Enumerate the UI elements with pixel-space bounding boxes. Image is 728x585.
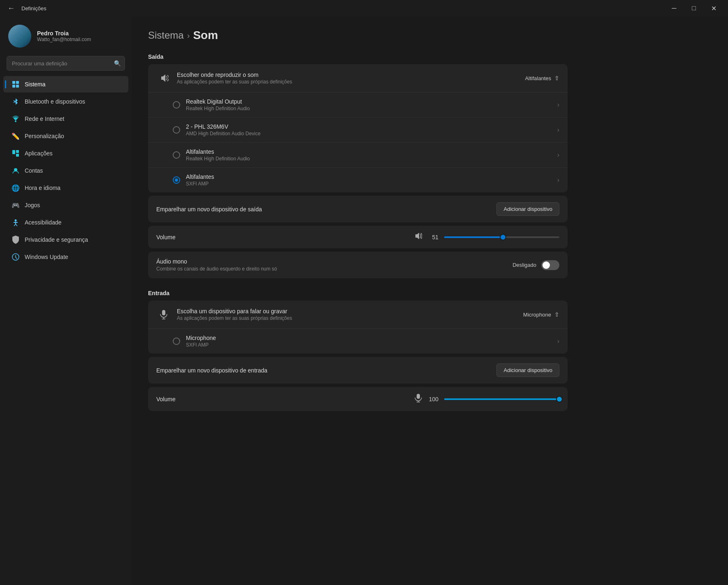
audio-mono-toggle[interactable] — [541, 260, 559, 270]
avatar — [8, 25, 31, 48]
output-volume-slider-track[interactable] — [444, 236, 559, 238]
add-output-device-row: Emparelhar um novo dispositivo de saída … — [148, 196, 568, 222]
sidebar-item-label-privacidade: Privacidade e segurança — [25, 236, 88, 243]
audio-mono-card: Áudio mono Combine os canais de áudio es… — [148, 252, 568, 278]
output-volume-card: Volume 51 — [148, 226, 568, 248]
radio-input-0[interactable] — [173, 338, 180, 345]
saida-section: Saída Escolher onde repro — [148, 53, 568, 278]
input-chevron-up-icon: ⇧ — [554, 311, 559, 318]
add-output-device-button[interactable]: Adicionar dispositivo — [496, 202, 559, 216]
svg-rect-2 — [12, 85, 15, 88]
maximize-button[interactable]: □ — [684, 2, 703, 15]
output-device-selector-row[interactable]: Escolher onde reproduzir o som As aplica… — [148, 64, 568, 92]
input-volume-number: 100 — [427, 396, 438, 402]
sidebar-item-aplicacoes[interactable]: Aplicações — [3, 145, 128, 162]
sidebar-item-rede[interactable]: Rede e Internet — [3, 111, 128, 127]
breadcrumb-separator: › — [187, 31, 190, 40]
svg-rect-6 — [16, 150, 19, 153]
add-input-device-button[interactable]: Adicionar dispositivo — [496, 363, 559, 377]
output-device-sub-0: Realtek High Definition Audio — [186, 106, 557, 111]
back-button[interactable]: ← — [5, 2, 17, 14]
audio-mono-title: Áudio mono — [156, 258, 512, 265]
output-volume-slider-thumb[interactable] — [500, 234, 506, 240]
input-device-0[interactable]: Microphone SXFI AMP › — [148, 329, 568, 354]
volume-speaker-icon — [414, 232, 422, 242]
sidebar-item-privacidade[interactable]: Privacidade e segurança — [3, 231, 128, 248]
input-volume-slider-thumb[interactable] — [556, 396, 563, 402]
sidebar-item-label-rede: Rede e Internet — [25, 116, 65, 122]
input-microphone-icon — [415, 393, 422, 405]
sidebar-item-label-contas: Contas — [25, 167, 43, 174]
radio-output-2[interactable] — [173, 151, 180, 159]
minimize-button[interactable]: ─ — [665, 2, 684, 15]
input-volume-slider-fill — [444, 398, 559, 400]
output-device-text-1: 2 - PHL 326M6V AMD High Definition Audio… — [186, 123, 557, 136]
audio-mono-subtitle: Combine os canais de áudio esquerdo e di… — [156, 266, 512, 272]
toggle-knob — [543, 261, 550, 269]
search-box: 🔍 — [7, 56, 125, 71]
aplicacoes-icon — [12, 149, 20, 157]
sidebar-item-acessibilidade[interactable]: Acessibilidade — [3, 214, 128, 231]
personalizacao-icon: ✏️ — [12, 132, 20, 140]
sidebar-item-contas[interactable]: Contas — [3, 162, 128, 179]
user-section: Pedro Troia Watto_fan@hotmail.com — [0, 16, 132, 54]
input-device-text-0: Microphone SXFI AMP — [186, 335, 557, 348]
add-input-device-card: Emparelhar um novo dispositivo de entrad… — [148, 357, 568, 384]
chevron-right-icon-2: › — [557, 151, 559, 159]
svg-line-12 — [14, 224, 16, 226]
output-device-1[interactable]: 2 - PHL 326M6V AMD High Definition Audio… — [148, 118, 568, 143]
radio-output-0[interactable] — [173, 101, 180, 109]
input-device-selector-row[interactable]: Escolha um dispositivo para falar ou gra… — [148, 301, 568, 329]
output-selector-subtitle: As aplicações podem ter as suas próprias… — [177, 79, 525, 85]
svg-point-4 — [15, 120, 16, 122]
chevron-up-icon: ⇧ — [554, 75, 559, 81]
contas-icon — [12, 166, 20, 175]
svg-marker-15 — [161, 74, 165, 82]
sistema-icon — [12, 80, 20, 88]
input-selected-label: Microphone — [523, 312, 551, 318]
output-device-0[interactable]: Realtek Digital Output Realtek High Defi… — [148, 92, 568, 118]
svg-rect-7 — [16, 154, 19, 157]
user-info: Pedro Troia Watto_fan@hotmail.com — [37, 30, 91, 42]
audio-mono-toggle-right: Desligado — [512, 260, 559, 270]
chevron-right-icon-3: › — [557, 176, 559, 184]
output-selector-title: Escolher onde reproduzir o som — [177, 72, 525, 78]
saida-label: Saída — [148, 53, 568, 60]
user-email: Watto_fan@hotmail.com — [37, 37, 91, 42]
radio-output-3[interactable] — [173, 176, 180, 184]
chevron-right-icon-0: › — [557, 101, 559, 109]
titlebar-left: ← Definições — [5, 2, 46, 14]
breadcrumb-parent: Sistema — [148, 30, 184, 41]
add-output-label: Emparelhar um novo dispositivo de saída — [156, 206, 262, 213]
output-device-3[interactable]: Altifalantes SXFI AMP › — [148, 168, 568, 192]
sidebar: Pedro Troia Watto_fan@hotmail.com 🔍 Sist… — [0, 16, 132, 585]
avatar-image — [8, 25, 31, 48]
svg-rect-1 — [16, 81, 19, 84]
sidebar-item-windows-update[interactable]: Windows Update — [3, 249, 128, 265]
sidebar-item-sistema[interactable]: Sistema — [3, 76, 128, 92]
chevron-right-icon-1: › — [557, 126, 559, 134]
sidebar-item-bluetooth[interactable]: Bluetooth e dispositivos — [3, 93, 128, 110]
content-inner: Sistema › Som Saída — [132, 16, 584, 435]
input-devices-card: Escolha um dispositivo para falar ou gra… — [148, 301, 568, 354]
acessibilidade-icon — [12, 218, 20, 227]
svg-rect-17 — [162, 310, 165, 315]
sidebar-item-personalizacao[interactable]: ✏️ Personalização — [3, 128, 128, 144]
add-input-label: Emparelhar um novo dispositivo de entrad… — [156, 367, 267, 374]
output-device-2[interactable]: Altifalantes Realtek High Definition Aud… — [148, 143, 568, 168]
output-volume-slider-fill — [444, 236, 503, 238]
jogos-icon: 🎮 — [12, 201, 20, 209]
close-button[interactable]: ✕ — [704, 2, 723, 15]
radio-output-1[interactable] — [173, 126, 180, 134]
output-device-text-0: Realtek Digital Output Realtek High Defi… — [186, 98, 557, 111]
sidebar-item-jogos[interactable]: 🎮 Jogos — [3, 197, 128, 213]
input-volume-card: Volume 100 — [148, 387, 568, 411]
output-devices-card: Escolher onde reproduzir o som As aplica… — [148, 64, 568, 192]
input-volume-slider-track[interactable] — [444, 398, 559, 400]
titlebar-title: Definições — [21, 5, 46, 12]
input-volume-label: Volume — [156, 396, 176, 402]
sidebar-item-label-windows-update: Windows Update — [25, 254, 68, 260]
svg-rect-20 — [417, 394, 420, 399]
search-input[interactable] — [7, 56, 125, 71]
sidebar-item-hora[interactable]: 🌐 Hora e idioma — [3, 180, 128, 196]
